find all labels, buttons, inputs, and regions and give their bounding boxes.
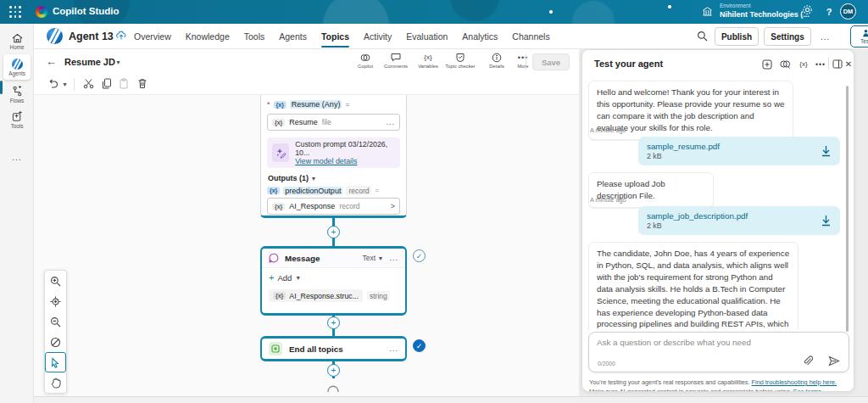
chat-transcript[interactable]: Hello and welcome! Thank you for your in… xyxy=(582,77,854,330)
outputs-header[interactable]: Outputs (1) ▼ xyxy=(268,174,316,182)
agent-status-icon[interactable] xyxy=(116,31,126,41)
sidebar-more-icon[interactable]: ... xyxy=(0,153,34,162)
add-button[interactable]: + Add ▼ xyxy=(269,272,301,283)
settings-gear-icon[interactable] xyxy=(802,4,817,20)
chat-input[interactable] xyxy=(597,338,800,347)
attach-icon[interactable] xyxy=(803,355,813,367)
timestamp: A minute ago xyxy=(590,126,626,134)
chat-scrollbar[interactable] xyxy=(846,86,849,332)
new-chat-icon[interactable] xyxy=(760,58,774,70)
waffle-menu-icon[interactable] xyxy=(9,6,21,18)
top-app-bar: Copilot Studio Environment Nihilent Tech… xyxy=(0,0,868,24)
select-tool-icon[interactable] xyxy=(45,352,66,372)
tab-analytics[interactable]: Analytics xyxy=(462,24,498,49)
agent-header: Agent 13 Overview Knowledge Tools Agents… xyxy=(34,24,868,49)
tab-topics[interactable]: Topics xyxy=(321,24,349,49)
sidebar-item-label: Agents xyxy=(8,70,25,76)
cut-icon[interactable] xyxy=(83,78,94,89)
zoom-in-icon[interactable] xyxy=(45,271,66,291)
custom-prompt-title: Custom prompt 03/12/2026, 10... xyxy=(295,140,395,157)
activity-map-icon[interactable] xyxy=(778,58,792,70)
view-model-details-link[interactable]: View model details xyxy=(295,157,395,165)
variables-button[interactable]: {x} Variables xyxy=(415,52,442,69)
char-counter: 0/2000 xyxy=(598,361,615,367)
sidebar-item-label: Tools xyxy=(11,123,24,129)
undo-icon[interactable] xyxy=(47,78,58,89)
sidebar-item-tools[interactable]: Tools xyxy=(3,107,31,132)
environment-label: Environment xyxy=(720,3,751,8)
avatar[interactable]: DM xyxy=(840,3,856,20)
canvas-zoom-toolbar xyxy=(44,270,67,394)
user-file-message[interactable]: sample_resume.pdf 2 kB xyxy=(638,137,840,165)
send-icon[interactable] xyxy=(828,355,840,367)
test-button[interactable]: Test xyxy=(850,25,868,48)
troubleshooting-link[interactable]: Find troubleshooting help here. xyxy=(752,378,837,386)
flow-canvas[interactable]: * {x} Resume (Any) = {x} Resume file ...… xyxy=(34,95,579,396)
prompt-input-row[interactable]: {x} Resume file ... xyxy=(267,114,400,131)
copilot-studio-logo xyxy=(36,6,47,18)
download-icon[interactable] xyxy=(821,145,832,157)
output-row[interactable]: {x} AI_Response record > xyxy=(267,198,400,215)
details-button[interactable]: Details xyxy=(483,52,510,69)
message-node[interactable]: Message Text ▼ ... + Add ▼ {x} AI_Respon… xyxy=(260,246,407,316)
search-icon[interactable] xyxy=(697,31,708,42)
sidebar-item-label: Flows xyxy=(10,98,24,104)
settings-button[interactable]: Settings xyxy=(764,27,811,46)
node-more-icon[interactable]: ... xyxy=(389,344,398,353)
environment-name[interactable]: Nihilent Technologies (... xyxy=(720,10,810,19)
paste-icon[interactable] xyxy=(119,78,129,89)
save-button[interactable]: Save xyxy=(532,53,570,70)
custom-prompt-card[interactable]: Custom prompt 03/12/2026, 10... View mod… xyxy=(267,137,400,168)
sidebar-item-agents[interactable]: Agents xyxy=(3,54,31,80)
publish-button[interactable]: Publish xyxy=(715,27,759,46)
message-mode-dropdown[interactable]: Text ▼ xyxy=(363,254,384,262)
tab-evaluation[interactable]: Evaluation xyxy=(406,24,448,49)
tab-channels[interactable]: Channels xyxy=(512,24,549,49)
variables-icon[interactable]: {x} xyxy=(797,58,810,70)
delete-icon[interactable] xyxy=(137,78,147,89)
node-more-icon[interactable]: ... xyxy=(389,254,398,262)
help-icon[interactable]: ? xyxy=(821,4,837,20)
input-variable-name[interactable]: Resume (Any) xyxy=(290,100,342,109)
chevron-down-icon[interactable]: ▼ xyxy=(115,59,121,65)
add-node-button[interactable]: + xyxy=(327,226,340,238)
zoom-out-icon[interactable] xyxy=(45,311,66,332)
equals-sign: = xyxy=(345,100,349,109)
see-terms-link[interactable]: See terms xyxy=(793,388,821,392)
download-icon[interactable] xyxy=(821,215,832,227)
output-variable-name[interactable]: predictionOutput xyxy=(283,187,342,195)
close-panel-icon[interactable]: ✕ xyxy=(842,58,854,70)
message-variable-chip[interactable]: {x} AI_Response.struc... xyxy=(269,289,363,302)
panel-more-icon[interactable]: ••• xyxy=(814,58,827,70)
center-view-icon[interactable] xyxy=(45,291,66,311)
tab-tools[interactable]: Tools xyxy=(244,24,265,49)
sidebar-item-label: Home xyxy=(10,44,25,50)
user-file-message[interactable]: sample_job_description.pdf 2 kB xyxy=(638,206,840,235)
copy-icon[interactable] xyxy=(102,78,112,89)
sidebar-item-flows[interactable]: Flows xyxy=(3,81,31,107)
topic-checker-button[interactable]: Topic checker xyxy=(447,52,474,69)
horizontal-scrollbar-strip[interactable] xyxy=(34,396,868,403)
comments-button[interactable]: Comments xyxy=(382,52,409,69)
tab-agents[interactable]: Agents xyxy=(279,24,307,49)
output-row-name: AI_Response xyxy=(289,202,335,210)
tab-activity[interactable]: Activity xyxy=(364,24,392,49)
add-node-button[interactable]: + xyxy=(327,364,340,377)
variable-token: {x} xyxy=(267,187,280,194)
tab-overview[interactable]: Overview xyxy=(134,24,171,49)
more-options-icon[interactable]: ... xyxy=(821,32,830,42)
reset-zoom-icon[interactable] xyxy=(45,332,66,352)
input-name: Resume xyxy=(289,118,318,126)
row-more-icon[interactable]: ... xyxy=(386,118,395,126)
end-all-topics-node[interactable]: End all topics ... xyxy=(260,336,407,361)
undo-chevron-icon[interactable]: ▼ xyxy=(62,81,68,87)
back-icon[interactable]: ← xyxy=(46,55,57,68)
prompt-node[interactable]: * {x} Resume (Any) = {x} Resume file ...… xyxy=(260,95,407,218)
chevron-right-icon[interactable]: > xyxy=(391,202,395,210)
tab-knowledge[interactable]: Knowledge xyxy=(186,24,230,49)
sidebar-item-home[interactable]: Home xyxy=(3,29,31,54)
add-node-button[interactable]: + xyxy=(327,316,340,329)
pan-hand-icon[interactable] xyxy=(45,372,66,393)
copilot-action-button[interactable]: Copilot xyxy=(352,52,379,69)
flow-end-icon xyxy=(326,380,341,393)
